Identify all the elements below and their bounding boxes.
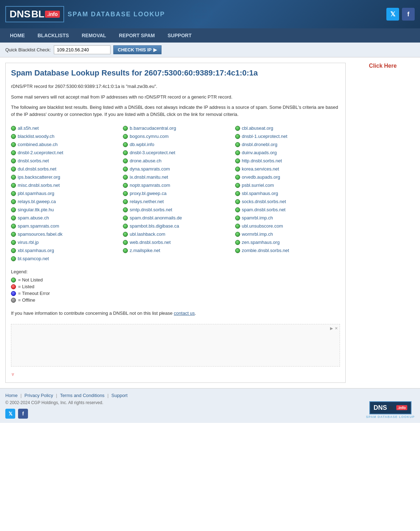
footer-terms-link[interactable]: Terms and Conditions (60, 393, 104, 398)
contact-us-link[interactable]: contact us (174, 311, 195, 316)
results-title: Spam Database Lookup Results for 2607:53… (11, 68, 340, 78)
blacklist-link[interactable]: dnsbl-3.uceprotect.net (130, 150, 175, 155)
blacklist-link[interactable]: ubl.unsubscore.com (242, 223, 283, 229)
quick-check-input[interactable] (54, 45, 110, 54)
footer-twitter-icon[interactable]: 𝕏 (5, 409, 15, 419)
logo-bl-text: BL (31, 9, 44, 20)
blacklist-link[interactable]: ubl.lashback.com (130, 231, 165, 237)
ad-play-icon[interactable]: ▶ (330, 326, 333, 331)
blacklist-link[interactable]: combined.abuse.ch (18, 142, 58, 147)
list-item: dyna.spamrats.com (123, 166, 228, 172)
blacklist-link[interactable]: wormrbl.imp.ch (242, 231, 273, 237)
nav-home[interactable]: HOME (4, 28, 31, 43)
list-item: spamsources.fabel.dk (11, 231, 116, 237)
nav-support[interactable]: SUPPORT (161, 28, 198, 43)
list-item: spamrbl.imp.ch (235, 214, 340, 221)
blacklist-link[interactable]: dnsbl.dronebl.org (242, 142, 277, 147)
status-dot-icon (123, 199, 128, 204)
facebook-icon[interactable]: f (402, 8, 415, 21)
list-item: dnsbl.sorbs.net (11, 157, 116, 164)
blacklist-link[interactable]: blacklist.woody.ch (18, 134, 55, 139)
footer-left: Home | Privacy Policy | Terms and Condit… (5, 393, 127, 419)
footer-facebook-icon[interactable]: f (18, 409, 28, 419)
status-dot-icon (123, 191, 128, 196)
footer-home-link[interactable]: Home (5, 393, 18, 398)
arrow-icon: ▶ (153, 47, 157, 52)
ad-close-icon[interactable]: ✕ (335, 326, 338, 331)
blacklist-link[interactable]: zen.spamhaus.org (242, 240, 280, 245)
blacklist-link[interactable]: zombie.dnsbl.sorbs.net (242, 248, 289, 253)
twitter-icon[interactable]: 𝕏 (386, 8, 399, 21)
list-item: ubl.lashback.com (123, 231, 228, 237)
blacklist-link[interactable]: web.dnsbl.sorbs.net (130, 240, 171, 245)
status-dot-icon (11, 224, 16, 229)
blacklist-link[interactable]: z.mailspike.net (130, 248, 160, 253)
blacklist-link[interactable]: dnsbl.sorbs.net (18, 158, 49, 163)
legend-offline: = Offline (11, 297, 340, 303)
nav-removal[interactable]: REMOVAL (75, 28, 113, 43)
list-item: z.mailspike.net (123, 247, 228, 254)
blacklist-link[interactable]: noptr.spamrats.com (130, 183, 170, 188)
blacklist-link[interactable]: spam.dnsbl.sorbs.net (242, 207, 286, 212)
blacklist-link[interactable]: bl.spamcop.net (18, 256, 49, 261)
warning-text: Some mail servers will not accept mail f… (11, 94, 340, 101)
blacklist-link[interactable]: proxy.bl.gweep.ca (130, 191, 166, 196)
blacklist-link[interactable]: orvedb.aupads.org (242, 174, 280, 180)
blacklist-link[interactable]: smtp.dnsbl.sorbs.net (130, 207, 172, 212)
status-dot-icon (123, 142, 128, 147)
blacklist-link[interactable]: spambot.bls.digibase.ca (130, 223, 179, 229)
list-item: ubl.unsubscore.com (235, 223, 340, 229)
nav-report-spam[interactable]: REPORT SPAM (113, 28, 161, 43)
blacklist-link[interactable]: psbl.surriel.com (242, 183, 274, 188)
footer-support-link[interactable]: Support (112, 393, 128, 398)
blacklist-link[interactable]: ips.backscatterer.org (18, 174, 60, 180)
status-dot-icon (235, 248, 240, 253)
blacklist-link[interactable]: relays.bl.gweep.ca (18, 199, 56, 204)
blacklist-link[interactable]: virus.rbl.jp (18, 240, 39, 245)
blacklist-link[interactable]: bogons.cymru.com (130, 134, 169, 139)
blacklist-link[interactable]: http.dnsbl.sorbs.net (242, 158, 282, 163)
blacklist-link[interactable]: korea.services.net (242, 166, 279, 172)
blacklist-link[interactable]: singular.ttk.pte.hu (18, 207, 54, 212)
blacklist-link[interactable]: dyna.spamrats.com (130, 166, 170, 172)
footer-logo: DNS BL .info (369, 401, 412, 414)
status-dot-icon (11, 207, 16, 212)
blacklist-link[interactable]: all.s5h.net (18, 125, 39, 131)
status-dot-icon (11, 232, 16, 237)
blacklist-link[interactable]: pbl.spamhaus.org (18, 191, 54, 196)
blacklist-link[interactable]: socks.dnsbl.sorbs.net (242, 199, 286, 204)
footer-privacy-link[interactable]: Privacy Policy (24, 393, 53, 398)
click-here-link[interactable]: Click Here (351, 63, 415, 69)
blacklist-link[interactable]: cbl.abuseat.org (242, 125, 273, 131)
list-item: bl.spamcop.net (11, 255, 116, 262)
blacklist-link[interactable]: spamsources.fabel.dk (18, 231, 62, 237)
blacklist-link[interactable]: dnsbl-1.uceprotect.net (242, 134, 288, 139)
blacklist-link[interactable]: misc.dnsbl.sorbs.net (18, 183, 60, 188)
blacklist-link[interactable]: dnsbl-2.uceprotect.net (18, 150, 63, 155)
blacklist-link[interactable]: drone.abuse.ch (130, 158, 161, 163)
legend-not-listed-label: = Not Listed (18, 277, 43, 283)
status-dot-icon (123, 158, 128, 163)
blacklist-link[interactable]: spamrbl.imp.ch (242, 215, 273, 220)
blacklist-link[interactable]: xbl.spamhaus.org (18, 248, 54, 253)
blacklist-link[interactable]: spam.abuse.ch (18, 215, 49, 220)
blacklist-link[interactable]: sbl.spamhaus.org (242, 191, 278, 196)
page-footer: Home | Privacy Policy | Terms and Condit… (0, 388, 420, 423)
blacklist-link[interactable]: dul.dnsbl.sorbs.net (18, 166, 56, 172)
blacklist-link[interactable]: spam.spamrats.com (18, 223, 59, 229)
list-item: http.dnsbl.sorbs.net (235, 157, 340, 164)
blacklist-link[interactable]: b.barracudacentral.org (130, 125, 176, 131)
status-dot-icon (123, 240, 128, 245)
status-dot-icon (235, 150, 240, 155)
check-this-ip-button[interactable]: CHECK THIS IP ▶ (113, 45, 161, 54)
blacklist-link[interactable]: spam.dnsbl.anonmails.de (130, 215, 182, 220)
blacklist-link[interactable]: relays.nether.net (130, 199, 164, 204)
blacklist-link[interactable]: db.wpbl.info (130, 142, 154, 147)
status-dot-icon (11, 256, 16, 261)
blacklist-link[interactable]: ix.dnsbl.manitu.net (130, 174, 168, 180)
status-dot-icon (235, 134, 240, 139)
nav-blacklists[interactable]: BLACKLISTS (31, 28, 75, 43)
status-dot-icon (123, 134, 128, 139)
blacklist-link[interactable]: duinv.aupads.org (242, 150, 277, 155)
blacklist-grid: all.s5h.netb.barracudacentral.orgcbl.abu… (11, 125, 340, 262)
